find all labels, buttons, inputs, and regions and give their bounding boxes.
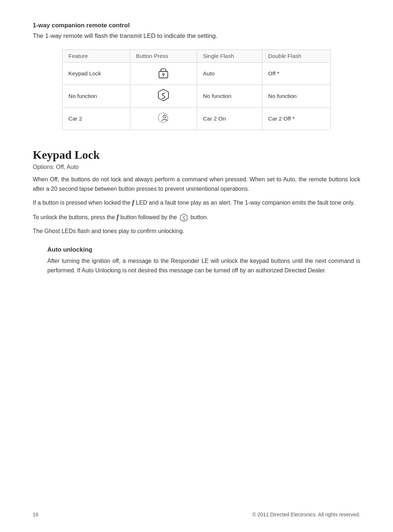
body3-after-icon: button.: [190, 214, 208, 220]
feature-table: Feature Button Press Single Flash Double…: [62, 50, 331, 130]
col-header-single-flash: Single Flash: [197, 50, 262, 62]
section-intro: The 1-way remote will flash the transmit…: [33, 31, 360, 41]
body2-after-icon: LED and a fault tone play as an alert. T…: [134, 200, 355, 206]
options-line: Options: Off, Auto: [33, 164, 360, 170]
table-row: Car 2 Car 2 On Car 2 Off *: [63, 107, 331, 130]
feature-cell: Car 2: [63, 107, 130, 130]
s-diamond-icon: [158, 88, 169, 102]
body3-before-icon: To unlock the buttons, press the: [33, 214, 116, 220]
button-press-icon-cell: [130, 107, 197, 130]
button-press-icon-cell: [130, 62, 197, 84]
col-header-button-press: Button Press: [130, 50, 197, 62]
col-header-feature: Feature: [63, 50, 130, 62]
feature-cell: No function: [63, 84, 130, 107]
page-footer: 16 © 2011 Directed Electronics. All righ…: [33, 512, 360, 517]
single-flash-cell: No function: [197, 84, 262, 107]
table-row: Keypad Lock Auto Off *: [63, 62, 331, 84]
svg-rect-0: [159, 71, 168, 78]
col-header-double-flash: Double Flash: [262, 50, 330, 62]
keypad-lock-heading: Keypad Lock: [33, 148, 360, 162]
body-paragraph-4: The Ghost LEDs flash and tones play to c…: [33, 226, 360, 236]
double-flash-cell: Off *: [262, 62, 330, 84]
body-paragraph-2: If a button is pressed when locked the f…: [33, 197, 360, 208]
section-subtitle: 1-way companion remote control: [33, 22, 360, 29]
double-flash-cell: Car 2 Off *: [262, 107, 330, 130]
car2-icon: [157, 111, 170, 124]
section2: Keypad Lock Options: Off, Auto When Off,…: [33, 148, 360, 276]
section1: 1-way companion remote control The 1-way…: [33, 22, 360, 130]
table-row: No function No function No function: [63, 84, 331, 107]
double-flash-cell: No function: [262, 84, 330, 107]
body-paragraph-1: When Off, the buttons do not lock and al…: [33, 175, 360, 194]
auto-unlocking-body: After turning the ignition off, a messag…: [47, 256, 360, 276]
svg-point-4: [163, 115, 166, 118]
svg-point-1: [163, 73, 164, 75]
auto-unlocking-heading: Auto unlocking: [47, 246, 360, 253]
copyright-text: © 2011 Directed Electronics. All rights …: [252, 512, 360, 517]
body2-before-icon: If a button is pressed when locked the: [33, 200, 132, 206]
auto-unlocking-section: Auto unlocking After turning the ignitio…: [33, 246, 360, 276]
page-number: 16: [33, 512, 39, 517]
body3-middle: button followed by the: [119, 214, 179, 220]
feature-cell: Keypad Lock: [63, 62, 130, 84]
s-diamond-inline-icon: [180, 213, 188, 222]
single-flash-cell: Auto: [197, 62, 262, 84]
button-press-icon-cell: [130, 84, 197, 107]
body-paragraph-3: To unlock the buttons, press the f butto…: [33, 212, 360, 223]
svg-point-3: [158, 113, 168, 122]
single-flash-cell: Car 2 On: [197, 107, 262, 130]
lock-icon: [158, 66, 169, 79]
